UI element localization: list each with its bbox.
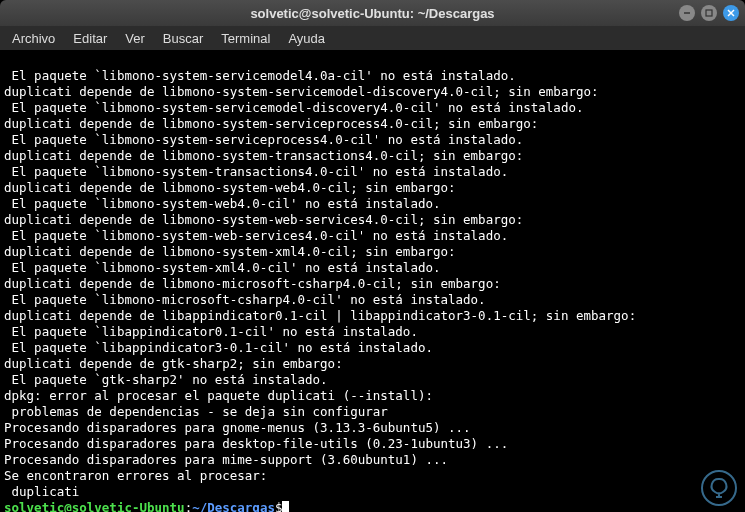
terminal-line: El paquete `libmono-system-servicemodel4… — [4, 68, 741, 84]
terminal-line: duplicati depende de libmono-system-serv… — [4, 84, 741, 100]
cursor-icon — [282, 501, 289, 512]
menu-editar[interactable]: Editar — [65, 29, 115, 48]
terminal-line: duplicati depende de libmono-system-tran… — [4, 148, 741, 164]
window-title: solvetic@solvetic-Ubuntu: ~/Descargas — [250, 6, 494, 21]
terminal-line: duplicati depende de libmono-system-serv… — [4, 116, 741, 132]
terminal-line: El paquete `libmono-system-web-services4… — [4, 228, 741, 244]
menu-buscar[interactable]: Buscar — [155, 29, 211, 48]
window-titlebar: solvetic@solvetic-Ubuntu: ~/Descargas — [0, 0, 745, 26]
prompt-path: ~/Descargas — [192, 500, 275, 512]
terminal-line: El paquete `libmono-system-serviceproces… — [4, 132, 741, 148]
minimize-button[interactable] — [679, 5, 695, 21]
terminal-line: problemas de dependencias - se deja sin … — [4, 404, 741, 420]
terminal-line: El paquete `libappindicator3-0.1-cil' no… — [4, 340, 741, 356]
terminal-line: duplicati depende de gtk-sharp2; sin emb… — [4, 356, 741, 372]
window-controls — [679, 5, 739, 21]
terminal-line: duplicati depende de libappindicator0.1-… — [4, 308, 741, 324]
menubar: Archivo Editar Ver Buscar Terminal Ayuda — [0, 26, 745, 50]
terminal-line: duplicati depende de libmono-system-web4… — [4, 180, 741, 196]
terminal-line: dpkg: error al procesar el paquete dupli… — [4, 388, 741, 404]
terminal-line: duplicati depende de libmono-system-web-… — [4, 212, 741, 228]
menu-ayuda[interactable]: Ayuda — [280, 29, 333, 48]
terminal-line: El paquete `gtk-sharp2' no está instalad… — [4, 372, 741, 388]
terminal-line: Se encontraron errores al procesar: — [4, 468, 741, 484]
terminal-line: duplicati — [4, 484, 741, 500]
maximize-button[interactable] — [701, 5, 717, 21]
terminal-line: El paquete `libmono-microsoft-csharp4.0-… — [4, 292, 741, 308]
menu-terminal[interactable]: Terminal — [213, 29, 278, 48]
terminal-output[interactable]: El paquete `libmono-system-servicemodel4… — [0, 50, 745, 512]
terminal-line: Procesando disparadores para desktop-fil… — [4, 436, 741, 452]
terminal-line: El paquete `libmono-system-transactions4… — [4, 164, 741, 180]
menu-ver[interactable]: Ver — [117, 29, 153, 48]
prompt-user-host: solvetic@solvetic-Ubuntu — [4, 500, 185, 512]
terminal-line: Procesando disparadores para gnome-menus… — [4, 420, 741, 436]
menu-archivo[interactable]: Archivo — [4, 29, 63, 48]
terminal-line: El paquete `libmono-system-servicemodel-… — [4, 100, 741, 116]
watermark-icon — [701, 470, 737, 506]
terminal-line: Procesando disparadores para mime-suppor… — [4, 452, 741, 468]
terminal-line: duplicati depende de libmono-microsoft-c… — [4, 276, 741, 292]
terminal-line: El paquete `libappindicator0.1-cil' no e… — [4, 324, 741, 340]
terminal-line: El paquete `libmono-system-xml4.0-cil' n… — [4, 260, 741, 276]
terminal-line: duplicati depende de libmono-system-xml4… — [4, 244, 741, 260]
terminal-line: El paquete `libmono-system-web4.0-cil' n… — [4, 196, 741, 212]
prompt-symbol: $ — [275, 500, 283, 512]
close-button[interactable] — [723, 5, 739, 21]
svg-rect-1 — [706, 10, 712, 16]
